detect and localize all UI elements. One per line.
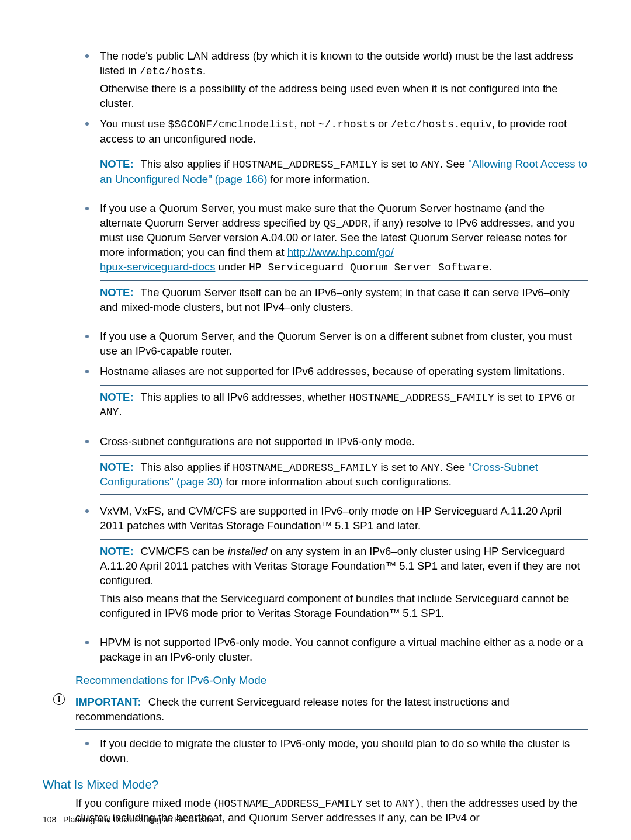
- page-number: 108: [43, 815, 56, 824]
- note-text: This also applies if: [141, 158, 233, 170]
- body-text: set to: [363, 797, 396, 809]
- note-text: is set to: [494, 391, 538, 403]
- list-item: You must use $SGCONF/cmclnodelist, not ~…: [96, 116, 588, 192]
- list-item: The node's public LAN address (by which …: [96, 48, 588, 111]
- code-text: IPV6: [538, 392, 563, 404]
- note-text: CVM/CFS can be: [141, 545, 228, 557]
- body-text: If you configure mixed mode (: [75, 797, 218, 809]
- main-content: The node's public LAN address (by which …: [75, 48, 588, 688]
- important-label: IMPORTANT:: [75, 696, 141, 708]
- note-text: is set to: [377, 461, 421, 473]
- code-text: /etc/hosts: [140, 65, 203, 77]
- footer-title: Planning and Documenting an HA Cluster: [63, 815, 214, 824]
- important-box: IMPORTANT:Check the current Serviceguard…: [75, 690, 588, 730]
- note-text: This also means that the Serviceguard co…: [100, 592, 588, 621]
- code-text: ANY: [421, 159, 439, 171]
- note-label: NOTE:: [100, 158, 134, 170]
- body-text: Cross-subnet configurations are not supp…: [100, 435, 415, 447]
- note-text: This also applies if: [141, 461, 233, 473]
- list-item: If you use a Quorum Server, you must mak…: [96, 200, 588, 320]
- note-text: This applies to all IPv6 addresses, whet…: [141, 391, 349, 403]
- note-box: NOTE:The Quorum Server itself can be an …: [100, 280, 588, 320]
- code-text: /etc/hosts.equiv: [391, 119, 492, 130]
- body-text: If you use a Quorum Server, and the Quor…: [100, 330, 572, 357]
- body-text: .: [203, 64, 206, 77]
- code-text: ANY: [421, 462, 439, 474]
- body-text: Hostname aliases are not supported for I…: [100, 365, 565, 377]
- content-block: If you decide to migrate the cluster to …: [75, 735, 588, 766]
- bullet-list: If you decide to migrate the cluster to …: [75, 735, 588, 766]
- body-text: under: [215, 261, 249, 273]
- body-text: Otherwise there is a possibility of the …: [100, 82, 588, 111]
- note-text: is set to: [377, 158, 421, 170]
- note-label: NOTE:: [100, 545, 134, 557]
- code-text: ~/.rhosts: [318, 119, 375, 130]
- body-text: , not: [294, 117, 318, 130]
- note-text: or: [563, 391, 575, 403]
- note-label: NOTE:: [100, 461, 134, 473]
- code-text: HOSTNAME_ADDRESS_FAMILY: [233, 159, 377, 171]
- note-box: NOTE:This also applies if HOSTNAME_ADDRE…: [100, 152, 588, 192]
- page-footer: 108 Planning and Documenting an HA Clust…: [43, 814, 214, 825]
- note-text: . See: [440, 158, 468, 170]
- bullet-list: The node's public LAN address (by which …: [75, 48, 588, 665]
- note-box: NOTE:This applies to all IPv6 addresses,…: [100, 385, 588, 425]
- code-text: HOSTNAME_ADDRESS_FAMILY: [233, 462, 377, 474]
- code-text: HOSTNAME_ADDRESS_FAMILY: [349, 392, 494, 404]
- code-text: ANY: [100, 407, 119, 418]
- note-box: NOTE:This also applies if HOSTNAME_ADDRE…: [100, 455, 588, 495]
- body-text: HPVM is not supported IPv6-only mode. Yo…: [100, 636, 583, 663]
- code-text: HP Serviceguard Quorum Server Software: [249, 262, 488, 273]
- list-item: If you decide to migrate the cluster to …: [96, 735, 588, 766]
- note-text: for more information about such configur…: [223, 475, 452, 488]
- subsection-heading: Recommendations for IPv6-Only Mode: [75, 673, 588, 688]
- hyperlink[interactable]: http://www.hp.com/go/: [287, 246, 394, 258]
- list-item: HPVM is not supported IPv6-only mode. Yo…: [96, 634, 588, 665]
- note-label: NOTE:: [100, 391, 134, 403]
- list-item: Cross-subnet configurations are not supp…: [96, 433, 588, 495]
- section-heading: What Is Mixed Mode?: [43, 776, 588, 793]
- body-text: You must use: [100, 117, 168, 130]
- important-icon: !: [43, 690, 75, 705]
- body-text: VxVM, VxFS, and CVM/CFS are supported in…: [100, 505, 561, 532]
- note-text: .: [119, 405, 122, 418]
- list-item: VxVM, VxFS, and CVM/CFS are supported in…: [96, 503, 588, 626]
- note-box: NOTE:CVM/CFS can be installed on any sys…: [100, 539, 588, 626]
- body-text: .: [489, 261, 492, 273]
- note-label: NOTE:: [100, 286, 134, 298]
- list-item: If you use a Quorum Server, and the Quor…: [96, 328, 588, 359]
- body-text: or: [375, 117, 391, 130]
- note-text: The Quorum Server itself can be an IPv6–…: [100, 286, 570, 313]
- list-item: Hostname aliases are not supported for I…: [96, 363, 588, 425]
- important-row: ! IMPORTANT:Check the current Servicegua…: [43, 690, 588, 730]
- code-text: ANY): [396, 798, 421, 810]
- code-text: HOSTNAME_ADDRESS_FAMILY: [218, 798, 363, 810]
- code-text: $SGCONF/cmclnodelist: [168, 119, 294, 130]
- code-text: QS_ADDR: [324, 218, 368, 230]
- note-text: for more information.: [267, 173, 370, 185]
- note-text: . See: [440, 461, 468, 473]
- emphasis-text: installed: [228, 545, 268, 557]
- hyperlink[interactable]: hpux-serviceguard-docs: [100, 261, 215, 273]
- body-text: If you decide to migrate the cluster to …: [100, 737, 570, 764]
